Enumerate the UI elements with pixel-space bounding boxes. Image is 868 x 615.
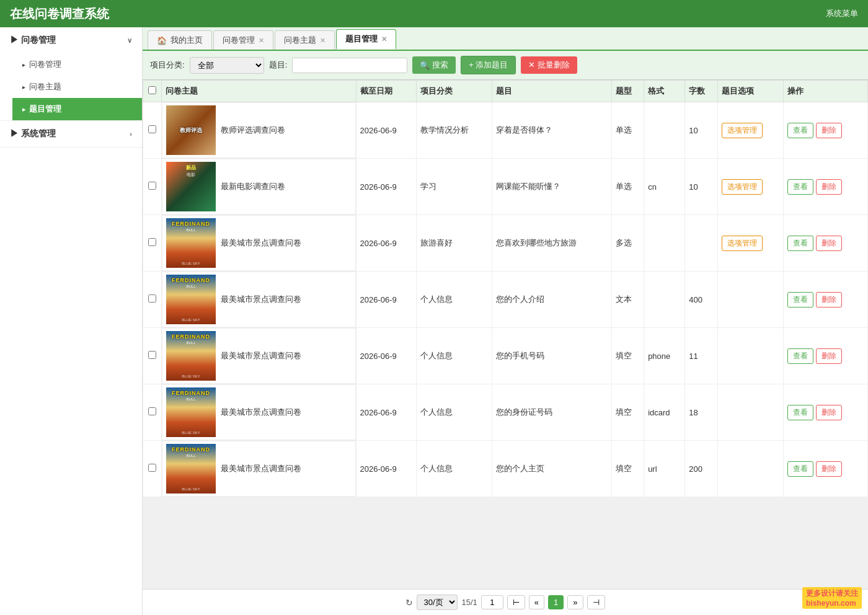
option-manage-button[interactable]: 选项管理 [722, 236, 763, 251]
tab-bar: 🏠 我的主页 问卷管理 ✕ 问卷主题 ✕ 题目管理 ✕ [143, 27, 868, 51]
first-page-button[interactable]: ⊢ [507, 595, 525, 609]
deadline-cell: 2026-06-9 [356, 272, 416, 328]
row-checkbox[interactable] [148, 238, 156, 246]
delete-button[interactable]: 删除 [816, 236, 842, 251]
type-cell: 单选 [611, 102, 644, 159]
questionnaire-thumbnail: FERDINAND BULL BLUE SKY [166, 331, 216, 381]
sidebar-item-questionnaire-mgmt[interactable]: ▶ 问卷管理 ∨ [0, 27, 142, 53]
per-page-select[interactable]: 10/页 20/页 30/页 50/页 [417, 595, 458, 610]
bullet-icon: ▸ [22, 84, 25, 91]
delete-button[interactable]: 删除 [816, 348, 842, 364]
questionnaire-cell: 新品电影最新电影调查问卷 [162, 159, 356, 215]
sidebar-sub-questionnaire: ▸ 问卷管理 ▸ 问卷主题 ▸ 题目管理 [0, 53, 142, 120]
search-button[interactable]: 🔍 搜索 [412, 56, 456, 74]
format-cell [644, 272, 685, 328]
row-checkbox-cell [143, 272, 162, 328]
row-checkbox-cell [143, 159, 162, 215]
options-cell: 选项管理 [717, 102, 783, 159]
tab-topic[interactable]: 问卷主题 ✕ [275, 30, 335, 50]
table-row: FERDINAND BULL BLUE SKY 最美城市景点调查问卷2026-0… [143, 384, 868, 441]
view-button[interactable]: 查看 [787, 461, 813, 477]
deadline-cell: 2026-06-9 [356, 215, 416, 272]
select-all-checkbox[interactable] [148, 86, 156, 94]
questionnaire-thumbnail: FERDINAND BULL BLUE SKY [166, 275, 216, 324]
delete-button[interactable]: 删除 [816, 292, 842, 308]
col-actions: 操作 [784, 81, 868, 102]
topic-input[interactable] [292, 58, 407, 73]
current-page-button[interactable]: 1 [548, 595, 564, 609]
questionnaire-cell: FERDINAND BULL BLUE SKY 最美城市景点调查问卷 [162, 328, 356, 384]
batch-delete-button[interactable]: ✕ 批量删除 [521, 56, 577, 74]
view-button[interactable]: 查看 [787, 236, 813, 251]
delete-button[interactable]: 删除 [816, 123, 842, 138]
table-row: FERDINAND BULL BLUE SKY 最美城市景点调查问卷2026-0… [143, 441, 868, 497]
view-button[interactable]: 查看 [787, 179, 813, 195]
table-header-row: 问卷主题 截至日期 项目分类 题目 题型 格式 字数 题目选项 操作 [143, 81, 868, 102]
questionnaire-cell: FERDINAND BULL BLUE SKY 最美城市景点调查问卷 [162, 215, 356, 271]
col-chars: 字数 [685, 81, 717, 102]
data-table: 问卷主题 截至日期 项目分类 题目 题型 格式 字数 题目选项 操作 教师评选教… [143, 80, 868, 497]
category-cell: 学习 [416, 159, 492, 215]
topic-label: 题目: [269, 60, 288, 71]
sidebar-item-questionnaire-mgmt-sub[interactable]: ▸ 问卷管理 [12, 53, 142, 76]
next-next-button[interactable]: » [567, 595, 583, 609]
format-cell: cn [644, 159, 685, 215]
row-checkbox[interactable] [148, 407, 156, 415]
questionnaire-cell: FERDINAND BULL BLUE SKY 最美城市景点调查问卷 [162, 384, 356, 440]
view-button[interactable]: 查看 [787, 405, 813, 420]
prev-prev-button[interactable]: « [529, 595, 544, 609]
view-button[interactable]: 查看 [787, 348, 813, 364]
option-manage-button[interactable]: 选项管理 [722, 123, 763, 138]
row-checkbox[interactable] [148, 351, 156, 359]
options-cell: 选项管理 [717, 159, 783, 215]
category-select[interactable]: 全部 教学情况分析 学习 旅游喜好 个人信息 [190, 57, 264, 74]
type-cell: 填空 [611, 441, 644, 497]
delete-button[interactable]: 删除 [816, 461, 842, 477]
view-button[interactable]: 查看 [787, 292, 813, 308]
table-row: FERDINAND BULL BLUE SKY 最美城市景点调查问卷2026-0… [143, 272, 868, 328]
chars-cell: 10 [685, 159, 717, 215]
row-checkbox[interactable] [148, 464, 156, 472]
actions-group: 查看删除 [787, 123, 864, 138]
close-icon[interactable]: ✕ [381, 35, 387, 43]
delete-button[interactable]: 删除 [816, 179, 842, 195]
actions-group: 查看删除 [787, 292, 864, 308]
format-cell: phone [644, 328, 685, 384]
option-manage-button[interactable]: 选项管理 [722, 179, 763, 195]
pagination: ↻ 10/页 20/页 30/页 50/页 15/1 ⊢ « 1 » ⊣ [143, 589, 868, 615]
refresh-icon[interactable]: ↻ [405, 598, 413, 608]
sidebar-item-system-mgmt[interactable]: ▶ 系统管理 › [0, 121, 142, 147]
questionnaire-cell: FERDINAND BULL BLUE SKY 最美城市景点调查问卷 [162, 441, 356, 497]
type-cell: 填空 [611, 384, 644, 441]
row-checkbox[interactable] [148, 294, 156, 303]
delete-button[interactable]: 删除 [816, 405, 842, 420]
app-title: 在线问卷调查系统 [10, 6, 109, 22]
row-checkbox[interactable] [148, 182, 156, 190]
row-checkbox[interactable] [148, 125, 156, 133]
tab-home[interactable]: 🏠 我的主页 [148, 30, 212, 50]
chars-cell: 400 [685, 272, 717, 328]
tab-topic-mgmt[interactable]: 题目管理 ✕ [336, 29, 396, 50]
deadline-cell: 2026-06-9 [356, 159, 416, 215]
col-options: 题目选项 [717, 81, 783, 102]
add-topic-button[interactable]: + 添加题目 [461, 56, 516, 74]
chevron-right-icon: › [130, 130, 132, 138]
search-icon: 🔍 [420, 61, 430, 70]
page-input[interactable] [481, 595, 503, 609]
row-checkbox-cell [143, 102, 162, 159]
view-button[interactable]: 查看 [787, 123, 813, 138]
close-icon[interactable]: ✕ [320, 37, 326, 45]
system-menu[interactable]: 系统菜单 [826, 8, 858, 19]
close-icon[interactable]: ✕ [259, 37, 264, 45]
sidebar-item-topic-mgmt[interactable]: ▸ 题目管理 [12, 98, 142, 120]
sidebar-item-questionnaire-topic[interactable]: ▸ 问卷主题 [12, 76, 142, 98]
table-row: 教师评选教师评选调查问卷2026-06-9教学情况分析穿着是否得体？单选10选项… [143, 102, 868, 159]
main-content: 🏠 我的主页 问卷管理 ✕ 问卷主题 ✕ 题目管理 ✕ 项目分类: 全部 教学情… [143, 27, 868, 615]
category-label: 项目分类: [150, 60, 185, 71]
tab-questionnaire[interactable]: 问卷管理 ✕ [213, 30, 273, 50]
last-page-button[interactable]: ⊣ [587, 595, 605, 609]
questionnaire-name: 最美城市景点调查问卷 [221, 294, 301, 305]
sidebar: ▶ 问卷管理 ∨ ▸ 问卷管理 ▸ 问卷主题 ▸ 题目管理 ▶ [0, 27, 143, 615]
format-cell [644, 215, 685, 272]
table-wrapper: 问卷主题 截至日期 项目分类 题目 题型 格式 字数 题目选项 操作 教师评选教… [143, 80, 868, 589]
